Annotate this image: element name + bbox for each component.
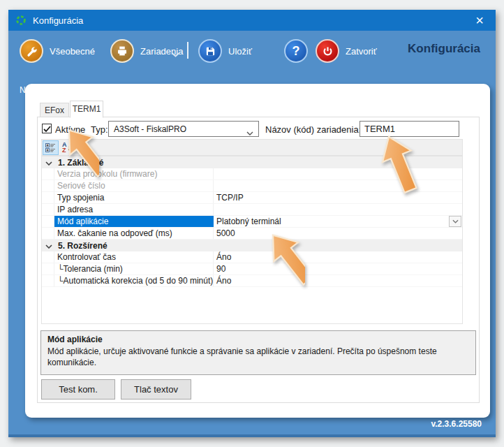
toolbar: Všeobecné Zariadenia [8,31,496,74]
devices-dropdown-chevron-icon[interactable] [172,47,179,60]
property-value [214,204,462,215]
property-name: └Tolerancia (min) [54,263,214,274]
test-communication-button[interactable]: Test kom. [41,379,115,400]
property-value [214,180,462,191]
close-window-button[interactable]: Zatvoriť [316,39,377,63]
titlebar: Konfigurácia × [8,10,496,31]
window-title: Konfigurácia [33,15,83,26]
property-name: └Automatická korekcia (od 5 do 90 minút) [54,275,214,286]
help-icon: ? [284,39,308,63]
screenshot-root: Konfigurácia × Všeobecné [0,0,504,447]
property-description-panel: Mód aplikácie Mód aplikácie, určuje akti… [40,330,476,375]
device-type-select[interactable]: A3Soft - FiskalPRO [108,121,259,137]
device-type-value: A3Soft - FiskalPRO [114,124,186,134]
power-icon [316,39,339,63]
property-value: TCP/IP [214,192,462,203]
property-value: Platobný terminál [214,216,462,227]
save-button-label: Uložiť [228,46,252,57]
grid-row-app-mode[interactable]: Mód aplikácie Platobný terminál [42,216,462,228]
print-texts-button[interactable]: Tlač textov [121,379,191,400]
property-name: IP adresa [54,204,214,215]
chevron-down-icon [246,128,253,138]
save-icon [198,39,222,63]
wrench-icon [20,39,43,63]
property-name: Kontrolovať čas [54,251,214,263]
device-name-label: Názov (kód) zariadenia: [265,124,361,135]
grid-row-ip-address[interactable]: IP adresa [42,204,462,216]
description-text: Mód aplikácie, určuje aktivované funkcie… [47,346,469,368]
annotation-arrow-device-name [357,134,421,198]
tab-efox[interactable]: EFox [40,103,69,117]
close-window-button-label: Zatvoriť [346,46,377,57]
app-window: Konfigurácia × Všeobecné [8,10,496,437]
toolbar-separator [187,42,188,59]
property-name: Typ spojenia [54,192,214,203]
devices-icon [110,39,134,63]
property-name: Max. čakanie na odpoveď (ms) [54,228,214,239]
property-value [214,168,462,179]
general-button-label: Všeobecné [50,46,95,57]
close-button[interactable]: × [470,11,489,29]
tab-term1[interactable]: TERM1 [70,101,103,118]
version-label: v.2.3.6.25580 [431,419,482,429]
value-dropdown-button[interactable] [449,216,461,227]
annotation-arrow-max-wait [241,233,305,297]
app-logo-icon [15,15,27,26]
save-button[interactable]: Uložiť [198,39,252,63]
general-button[interactable]: Všeobecné [20,39,95,63]
property-name: Mód aplikácie [54,216,214,227]
help-button[interactable]: ? [284,39,308,63]
chevron-down-icon[interactable] [42,241,54,251]
description-title: Mód aplikácie [47,335,469,344]
annotation-arrow-active-checkbox [39,128,99,188]
toolbar-section-title: Konfigurácia [408,42,480,56]
